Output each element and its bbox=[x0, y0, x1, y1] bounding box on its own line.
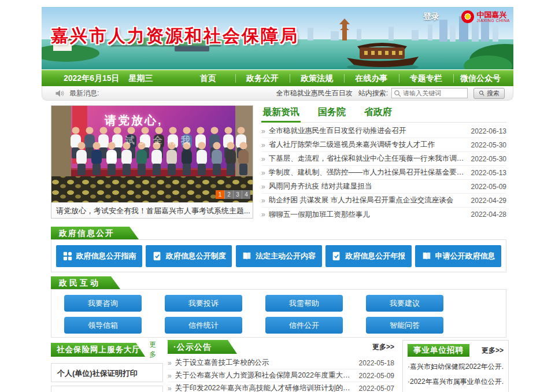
nav-menu: 首页 政务公开 政策法规 在线办事 专题专栏 微信公众号 bbox=[181, 71, 508, 86]
arrow-icon: » bbox=[261, 127, 265, 135]
carousel-page-2[interactable]: 2 bbox=[224, 190, 233, 199]
site-banner: 嘉兴市人力资源和社会保障局 登录 中国嘉兴 JIAXING CHINA bbox=[42, 7, 513, 69]
interaction-section: 我要咨询 我要投诉 我需帮助 我要建议 领导信箱 信件统计 信件公开 智能问答 bbox=[51, 289, 506, 338]
current-weekday: 星期三 bbox=[129, 73, 153, 84]
arrow-icon: » bbox=[261, 210, 265, 219]
nav-item-gov-affairs[interactable]: 政务公开 bbox=[235, 71, 290, 86]
arrow-icon: » bbox=[261, 141, 265, 149]
announcements-more-link[interactable]: 更多>> bbox=[372, 342, 394, 352]
social-security-more-link[interactable]: 更多 bbox=[149, 340, 163, 360]
nav-date: 2022年6月15日 星期三 bbox=[64, 73, 153, 84]
complaint-button[interactable]: 我要投诉 bbox=[165, 295, 242, 312]
nav-item-online-services[interactable]: 在线办事 bbox=[344, 71, 398, 86]
ss-item-certificate-print[interactable]: 个人(单位)社保证明打印 bbox=[51, 363, 163, 382]
news-item[interactable]: » 全市稳就业惠民生百日攻坚行动推进会召开 2022-06-13 bbox=[261, 124, 506, 138]
leader-mailbox-button[interactable]: 领导信箱 bbox=[64, 317, 142, 334]
announcement-item[interactable]: » 关于印发2022年嘉兴市高技能人才研修培训班计划的通知 2022-05-07 bbox=[168, 382, 394, 392]
consult-button[interactable]: 我要咨询 bbox=[64, 295, 142, 312]
nav-item-wechat[interactable]: 微信公众号 bbox=[453, 71, 508, 86]
section-title-gov-info: 政府信息公开 bbox=[51, 227, 139, 239]
logo-text-en: JIAXING CHINA bbox=[477, 19, 510, 23]
gov-info-section: 政府信息公开指南 政府信息公开制度 法定主动公开内容 政府信息公开年报 bbox=[51, 239, 506, 272]
carousel-caption[interactable]: 请党放心，考试安全有我！首届嘉兴市人事考试系统主题... bbox=[51, 202, 253, 218]
arrow-icon: » bbox=[261, 169, 265, 177]
search-icon bbox=[394, 90, 402, 98]
announcements-panel: ·公示公告 更多>> » 关于设立嘉善技工学校的公示 2022-05-18 » … bbox=[168, 340, 394, 392]
announcement-item[interactable]: » 关于公布嘉兴市人力资源和社会保障局2022年度重大行政决策事... 2022… bbox=[168, 369, 394, 382]
news-item[interactable]: » 学制度、建机制、强防控——市人力社保局召开社保基金要情专题学习会 2022-… bbox=[261, 166, 506, 180]
announcement-item[interactable]: » 关于设立嘉善技工学校的公示 2022-05-18 bbox=[168, 357, 394, 369]
news-tabs: 最新资讯 国务院 省政府 bbox=[261, 105, 506, 123]
mail-statistics-button[interactable]: 信件统计 bbox=[165, 317, 242, 334]
section-title-social-security: 社会保险网上服务大厅 bbox=[51, 343, 145, 357]
speaker-icon bbox=[55, 89, 64, 98]
arrow-icon: » bbox=[261, 197, 265, 205]
site-search-input[interactable] bbox=[392, 88, 467, 98]
social-security-panel: 社会保险网上服务大厅 更多 个人(单位)社保证明打印 办事指南 bbox=[51, 340, 163, 392]
book-icon bbox=[421, 251, 432, 261]
tab-state-council[interactable]: 国务院 bbox=[317, 105, 347, 122]
book-icon bbox=[242, 251, 252, 261]
login-link[interactable]: 登录 bbox=[423, 12, 439, 22]
site-search-button[interactable]: 搜索 bbox=[473, 88, 505, 99]
news-item[interactable]: » 助企纾困 共谋发展 市人力社保局召开重点企业交流座谈会 2022-04-29 bbox=[261, 194, 506, 208]
current-date: 2022年6月15日 bbox=[64, 73, 120, 84]
section-title-announcements: ·公示公告 bbox=[168, 340, 237, 354]
mail-disclosure-button[interactable]: 信件公开 bbox=[265, 317, 343, 334]
section-title-recruitment: 事业单位招聘 bbox=[408, 344, 469, 357]
main-nav: 2022年6月15日 星期三 首页 政务公开 政策法规 在线办事 专题专栏 微信… bbox=[42, 70, 513, 86]
logo-text-cn: 中国嘉兴 bbox=[477, 11, 510, 19]
news-item[interactable]: » 聊聊五一假期加班工资那些事儿 2022-04-28 bbox=[261, 208, 506, 221]
arrow-icon: » bbox=[168, 359, 172, 367]
carousel: 请党放心, 考试安全有我 1 2 3 4 请党放心，考试安全有我！首届嘉兴市人事… bbox=[51, 105, 253, 219]
news-panel: 最新资讯 国务院 省政府 » 全市稳就业惠民生百日攻坚行动推进会召开 2022-… bbox=[261, 105, 506, 224]
jiaxing-logo[interactable]: 中国嘉兴 JIAXING CHINA bbox=[461, 10, 510, 23]
page: 嘉兴市人力资源和社会保障局 登录 中国嘉兴 JIAXING CHINA 2022… bbox=[0, 0, 555, 392]
news-list: » 全市稳就业惠民生百日攻坚行动推进会召开 2022-06-13 » 省人社厅陈… bbox=[261, 124, 506, 221]
jiaxing-logo-icon bbox=[461, 10, 474, 23]
carousel-page-4[interactable]: 4 bbox=[242, 190, 250, 199]
recruitment-more-link[interactable]: 更多>> bbox=[482, 346, 504, 356]
gov-info-system-button[interactable]: 政府信息公开制度 bbox=[146, 245, 232, 267]
ticker-message[interactable]: 全市稳就业惠民生百日攻 bbox=[276, 88, 353, 98]
gov-info-guide-button[interactable]: 政府信息公开指南 bbox=[56, 245, 142, 267]
gov-info-request-button[interactable]: 申请公开政府信息 bbox=[415, 245, 501, 267]
site-title: 嘉兴市人力资源和社会保障局 bbox=[51, 24, 299, 48]
carousel-photo[interactable]: 请党放心, 考试安全有我 1 2 3 4 bbox=[51, 106, 253, 202]
news-ticker-bar: 最新消息: 全市稳就业惠民生百日攻 站内搜索: 搜索 bbox=[42, 86, 513, 101]
arrow-icon: » bbox=[261, 155, 265, 163]
site-search-label: 站内搜索: bbox=[358, 88, 388, 98]
arrow-icon: » bbox=[168, 384, 172, 392]
doc-check-icon bbox=[331, 251, 342, 261]
carousel-page-1[interactable]: 1 bbox=[216, 190, 224, 199]
news-item[interactable]: » 下基层、走流程，省社保和就业中心主任项薇一行来我市调研“国统”上线情况 20… bbox=[261, 152, 506, 166]
nav-item-policies[interactable]: 政策法规 bbox=[290, 71, 344, 86]
carousel-photo-image bbox=[51, 106, 253, 202]
search-icon bbox=[479, 90, 485, 97]
arrow-icon: » bbox=[168, 372, 172, 380]
recruitment-item[interactable]: ·2022年嘉兴市属事业单位公开... bbox=[408, 377, 504, 387]
gov-info-annual-report-button[interactable]: 政府信息公开年报 bbox=[325, 245, 412, 267]
news-item[interactable]: » 风雨同舟齐抗疫 结对共建显担当 2022-05-09 bbox=[261, 180, 506, 194]
smart-qa-button[interactable]: 智能问答 bbox=[366, 317, 443, 334]
search-button-label: 搜索 bbox=[487, 89, 500, 98]
news-item[interactable]: » 省人社厅陈荣华二级巡视员来嘉兴调研专技人才工作 2022-05-30 bbox=[261, 138, 506, 152]
ss-item-service-guide[interactable]: 办事指南 bbox=[51, 386, 163, 392]
carousel-pagination: 1 2 3 4 bbox=[216, 190, 250, 199]
nav-item-home[interactable]: 首页 bbox=[181, 71, 235, 86]
tab-provincial-gov[interactable]: 省政府 bbox=[363, 105, 393, 122]
doc-check-icon bbox=[152, 251, 162, 261]
gov-info-statutory-button[interactable]: 法定主动公开内容 bbox=[236, 245, 322, 267]
grid-icon bbox=[62, 251, 73, 261]
section-title-interaction: 政民互动 bbox=[51, 276, 120, 289]
site-search-box bbox=[391, 88, 468, 98]
need-help-button[interactable]: 我需帮助 bbox=[265, 295, 343, 312]
arrow-icon: » bbox=[261, 183, 265, 191]
ticker-label: 最新消息: bbox=[69, 88, 99, 98]
carousel-page-3[interactable]: 3 bbox=[233, 190, 242, 199]
recruitment-panel: 事业单位招聘 更多>> ·嘉兴市妇幼保健院2022年公开... ·2022年嘉兴… bbox=[402, 340, 509, 392]
recruitment-item[interactable]: ·嘉兴市妇幼保健院2022年公开... bbox=[408, 362, 504, 372]
suggestion-button[interactable]: 我要建议 bbox=[366, 295, 443, 312]
nav-item-special-topics[interactable]: 专题专栏 bbox=[399, 71, 453, 86]
tab-latest-news[interactable]: 最新资讯 bbox=[261, 105, 301, 122]
